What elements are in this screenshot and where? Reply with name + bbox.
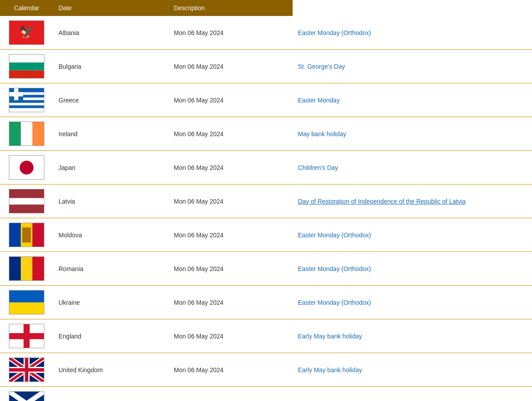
- flag-cell: [0, 117, 53, 151]
- holiday-date: Mon 06 May 2024: [168, 218, 293, 252]
- table-row: BulgariaMon 06 May 2024St. George's Day: [0, 50, 532, 83]
- svg-rect-13: [9, 108, 44, 112]
- table-row: MoldovaMon 06 May 2024Easter Monday (Ort…: [0, 218, 532, 252]
- table-header-row: Calendar Date Description: [0, 0, 532, 16]
- svg-point-21: [20, 161, 33, 174]
- description-text: Easter Monday (Orthodox): [298, 29, 371, 36]
- flag-cell: [0, 353, 53, 387]
- country-name: Greece: [53, 83, 168, 117]
- holiday-date: Mon 06 May 2024: [168, 117, 293, 151]
- description-text: Easter Monday: [298, 97, 340, 104]
- country-name: United Kingdom: [53, 353, 168, 387]
- svg-rect-29: [21, 257, 32, 281]
- country-name: Romania: [53, 252, 168, 286]
- description-text: Early May bank holiday: [298, 333, 362, 340]
- description-text: Easter Monday (Orthodox): [298, 265, 371, 272]
- svg-rect-31: [9, 291, 44, 303]
- description-link[interactable]: Day of Restoration of Independence of th…: [298, 198, 466, 205]
- table-row: JapanMon 06 May 2024Children's Day: [0, 151, 532, 185]
- table-row: ScotlandMon 06 May 2024Early May bank ho…: [0, 387, 532, 401]
- flag-icon: [9, 256, 44, 281]
- svg-text:🦅: 🦅: [19, 24, 35, 39]
- flag-icon: [9, 223, 44, 247]
- flag-cell: [0, 218, 53, 252]
- country-name: Ireland: [53, 117, 168, 151]
- flag-icon: [9, 290, 44, 315]
- description-text: Early May bank holiday: [298, 366, 362, 373]
- table-row: UkraineMon 06 May 2024Easter Monday (Ort…: [0, 286, 532, 319]
- svg-rect-3: [9, 63, 44, 71]
- description-text: Easter Monday (Orthodox): [298, 299, 371, 306]
- holiday-description: Early May bank holiday: [293, 319, 532, 353]
- table-row: United KingdomMon 06 May 2024Early May b…: [0, 353, 532, 387]
- country-name: Ukraine: [53, 286, 168, 319]
- svg-rect-27: [22, 228, 31, 243]
- holiday-description: Early May bank holiday: [293, 353, 532, 387]
- country-name: Scotland: [53, 387, 168, 401]
- holiday-description[interactable]: Day of Restoration of Independence of th…: [293, 185, 532, 218]
- holiday-description: Easter Monday (Orthodox): [293, 286, 532, 319]
- holiday-description: May bank holiday: [293, 117, 532, 151]
- flag-icon: [9, 324, 44, 348]
- holiday-date: Mon 06 May 2024: [168, 252, 293, 286]
- table-row: EnglandMon 06 May 2024Early May bank hol…: [0, 319, 532, 353]
- table-row: GreeceMon 06 May 2024Easter Monday: [0, 83, 532, 117]
- holiday-date: Mon 06 May 2024: [168, 286, 293, 319]
- holiday-date: Mon 06 May 2024: [168, 353, 293, 387]
- country-name: Bulgaria: [53, 50, 168, 83]
- svg-rect-44: [9, 368, 44, 372]
- flag-icon: [9, 155, 44, 180]
- flag-icon: 🦅: [9, 20, 44, 45]
- svg-rect-10: [9, 100, 44, 103]
- flag-icon: [9, 391, 44, 401]
- header-description: Description: [168, 0, 293, 16]
- flag-cell: [0, 286, 53, 319]
- holiday-description: Children's Day: [293, 151, 532, 185]
- svg-rect-32: [9, 303, 44, 315]
- holiday-date: Mon 06 May 2024: [168, 185, 293, 218]
- description-text: Children's Day: [298, 164, 338, 171]
- svg-rect-4: [9, 71, 44, 79]
- flag-cell: [0, 252, 53, 286]
- holiday-date: Mon 06 May 2024: [168, 50, 293, 83]
- holiday-description: Easter Monday (Orthodox): [293, 16, 532, 50]
- svg-rect-24: [9, 223, 21, 247]
- holiday-description: St. George's Day: [293, 50, 532, 83]
- flag-icon: [9, 122, 44, 146]
- flag-icon: [9, 358, 44, 382]
- svg-rect-19: [32, 122, 44, 146]
- svg-rect-30: [32, 257, 44, 281]
- table-row: RomaniaMon 06 May 2024Easter Monday (Ort…: [0, 252, 532, 286]
- svg-rect-28: [9, 257, 21, 281]
- description-text: May bank holiday: [298, 130, 346, 138]
- flag-cell: 🦅: [0, 16, 53, 50]
- svg-rect-11: [9, 103, 44, 106]
- table-row: LatviaMon 06 May 2024Day of Restoration …: [0, 185, 532, 218]
- svg-rect-35: [9, 333, 44, 339]
- flag-cell: [0, 83, 53, 117]
- flag-cell: [0, 185, 53, 218]
- main-container: Calendar Date Description 🦅 AlbaniaMon 0…: [0, 0, 532, 401]
- header-calendar: Calendar: [0, 0, 53, 16]
- holiday-description: Easter Monday: [293, 83, 532, 117]
- flag-icon: [9, 189, 44, 213]
- table-row: IrelandMon 06 May 2024May bank holiday: [0, 117, 532, 151]
- description-text: St. George's Day: [298, 63, 345, 70]
- country-name: Japan: [53, 151, 168, 185]
- flag-icon: [9, 54, 44, 79]
- holiday-date: Mon 06 May 2024: [168, 387, 293, 401]
- svg-rect-12: [9, 106, 44, 108]
- svg-rect-16: [9, 92, 23, 97]
- holidays-table: Calendar Date Description 🦅 AlbaniaMon 0…: [0, 0, 532, 401]
- header-date: Date: [53, 0, 168, 16]
- flag-cell: [0, 387, 53, 401]
- flag-cell: [0, 151, 53, 185]
- holiday-description: Easter Monday (Orthodox): [293, 218, 532, 252]
- flag-cell: [0, 319, 53, 353]
- svg-rect-18: [21, 122, 32, 146]
- country-name: England: [53, 319, 168, 353]
- holiday-date: Mon 06 May 2024: [168, 151, 293, 185]
- svg-rect-23: [9, 198, 44, 205]
- svg-rect-17: [9, 122, 21, 146]
- country-name: Latvia: [53, 185, 168, 218]
